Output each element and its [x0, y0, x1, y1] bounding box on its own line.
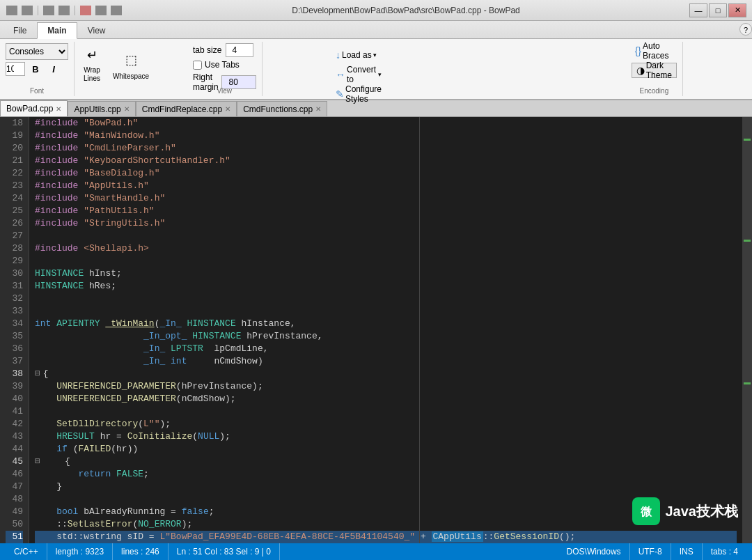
- ln-39: 39: [6, 380, 23, 393]
- ln-29: 29: [6, 255, 23, 267]
- tab-view[interactable]: View: [77, 22, 116, 38]
- code-area[interactable]: #include "BowPad.h" #include "MainWindow…: [29, 117, 742, 543]
- code-line-41: [35, 405, 737, 418]
- status-mode: INS: [671, 543, 703, 560]
- code-line-24: #include "SmartHandle.h": [35, 192, 737, 205]
- new-file-icon[interactable]: [6, 6, 17, 15]
- code-line-31: HINSTANCE hRes;: [35, 280, 737, 293]
- code-line-44: if (FAILED(hr)): [35, 443, 737, 456]
- code-line-40: UNREFERENCED_PARAMETER(nCmdShow);: [35, 393, 737, 405]
- tab-main[interactable]: Main: [37, 22, 77, 39]
- tab-label: CmdFunctions.cpp: [243, 104, 313, 114]
- ln-40: 40: [6, 393, 23, 405]
- ln-25: 25: [6, 205, 23, 217]
- open-icon[interactable]: [95, 6, 107, 15]
- help-icon[interactable]: ?: [739, 23, 752, 36]
- minimize-button[interactable]: —: [689, 3, 707, 17]
- code-line-50: ::SetLastError(NO_ERROR);: [35, 518, 737, 531]
- code-line-38: ⊟{: [35, 368, 737, 380]
- code-line-27: [35, 230, 737, 242]
- code-line-42: SetDllDirectory(L"");: [35, 418, 737, 430]
- code-line-23: #include "AppUtils.h": [35, 180, 737, 192]
- status-line-ending: DOS\Windows: [558, 543, 630, 560]
- use-tabs-checkbox[interactable]: [193, 61, 202, 70]
- undo-icon[interactable]: [43, 6, 54, 15]
- ln-35: 35: [6, 330, 23, 343]
- close-file-icon[interactable]: [80, 6, 91, 15]
- status-tabs: tabs : 4: [703, 543, 746, 560]
- ln-48: 48: [6, 493, 23, 506]
- tab-size-row: tab size: [193, 43, 256, 57]
- scroll-marker-2: [744, 240, 751, 242]
- dark-theme-button[interactable]: ◑ Dark Theme: [632, 63, 677, 78]
- font-group-label: Font: [0, 87, 74, 95]
- code-line-22: #include "BaseDialog.h": [35, 167, 737, 180]
- tab-close-bowpad[interactable]: ✕: [56, 105, 61, 113]
- tab-close-cmdfind[interactable]: ✕: [225, 105, 230, 113]
- ln-41: 41: [6, 405, 23, 418]
- ln-36: 36: [6, 343, 23, 355]
- ln-37: 37: [6, 355, 23, 368]
- auto-braces-button[interactable]: {} Auto Braces: [632, 43, 677, 59]
- redo-icon[interactable]: [58, 6, 70, 15]
- code-line-47: }: [35, 481, 737, 493]
- ln-18: 18: [6, 117, 23, 130]
- scroll-marker-1: [744, 139, 751, 141]
- save-icon[interactable]: [22, 6, 33, 15]
- bold-button[interactable]: B: [28, 61, 43, 77]
- close-button[interactable]: ✕: [728, 3, 746, 17]
- ln-31: 31: [6, 280, 23, 293]
- ln-27: 27: [6, 230, 23, 242]
- ribbon-group-misc: 🌐 Language ▾ Misc: [683, 42, 752, 96]
- tab-label: AppUtils.cpp: [74, 104, 120, 114]
- code-line-26: #include "StringUtils.h": [35, 217, 737, 230]
- status-language: C/C++: [6, 543, 47, 560]
- tab-apputils-cpp[interactable]: AppUtils.cpp ✕: [68, 101, 135, 116]
- ln-49: 49: [6, 506, 23, 518]
- status-length: length : 9323: [47, 543, 113, 560]
- tab-cmdfunctions-cpp[interactable]: CmdFunctions.cpp ✕: [237, 101, 327, 116]
- code-line-45: ⊟ {: [35, 456, 737, 468]
- font-size-input[interactable]: [6, 62, 25, 76]
- ln-46: 46: [6, 468, 23, 481]
- auto-braces-label: Auto Braces: [643, 41, 673, 61]
- use-tabs-row[interactable]: Use Tabs: [193, 60, 240, 70]
- ln-38: 38: [6, 368, 23, 380]
- tab-cmdfindreplace-cpp[interactable]: CmdFindReplace.cpp ✕: [136, 101, 237, 116]
- maximize-button[interactable]: □: [709, 3, 727, 17]
- ln-34: 34: [6, 318, 23, 330]
- tab-bowpad-cpp[interactable]: BowPad.cpp ✕: [0, 100, 68, 116]
- tab-close-cmdfn[interactable]: ✕: [315, 105, 321, 113]
- italic-button[interactable]: I: [46, 61, 61, 77]
- code-line-49: bool bAlreadyRunning = false;: [35, 506, 737, 518]
- auto-braces-icon: {}: [635, 45, 641, 56]
- ln-30: 30: [6, 267, 23, 280]
- titlebar: D:\Development\BowPad\BowPad\src\BowPad.…: [0, 0, 752, 21]
- code-line-21: #include "KeyboardShortcutHandler.h": [35, 155, 737, 167]
- ln-26: 26: [6, 217, 23, 230]
- settings-icon[interactable]: [111, 6, 122, 15]
- right-scrollbar[interactable]: [742, 117, 752, 543]
- tab-size-input[interactable]: [226, 43, 253, 57]
- tab-label: CmdFindReplace.cpp: [142, 104, 222, 114]
- ribbon-group-encoding: {} Auto Braces ◑ Dark Theme Encoding: [263, 42, 683, 96]
- code-line-51: std::wstring sID = L"BowPad_EFA99E4D-68E…: [35, 531, 737, 543]
- statusbar: C/C++ length : 9323 lines : 246 Ln : 51 …: [0, 543, 752, 560]
- code-line-37: _In_ int nCmdShow): [35, 355, 737, 368]
- titlebar-left: [6, 6, 123, 15]
- ln-42: 42: [6, 418, 23, 430]
- consoles-dropdown[interactable]: Consoles: [6, 43, 68, 60]
- ribbon-tabs: File Main View ?: [0, 21, 752, 39]
- dark-theme-icon: ◑: [636, 65, 645, 76]
- code-line-29: [35, 255, 737, 267]
- code-line-32: [35, 293, 737, 305]
- tab-file[interactable]: File: [3, 22, 37, 38]
- tab-close-apputils[interactable]: ✕: [124, 105, 130, 113]
- code-line-18: #include "BowPad.h": [35, 117, 737, 130]
- ln-33: 33: [6, 305, 23, 318]
- separator: [38, 6, 38, 15]
- code-line-19: #include "MainWindow.h": [35, 130, 737, 142]
- ln-24: 24: [6, 192, 23, 205]
- status-position: Ln : 51 Col : 83 Sel : 9 | 0: [169, 543, 280, 560]
- code-line-25: #include "PathUtils.h": [35, 205, 737, 217]
